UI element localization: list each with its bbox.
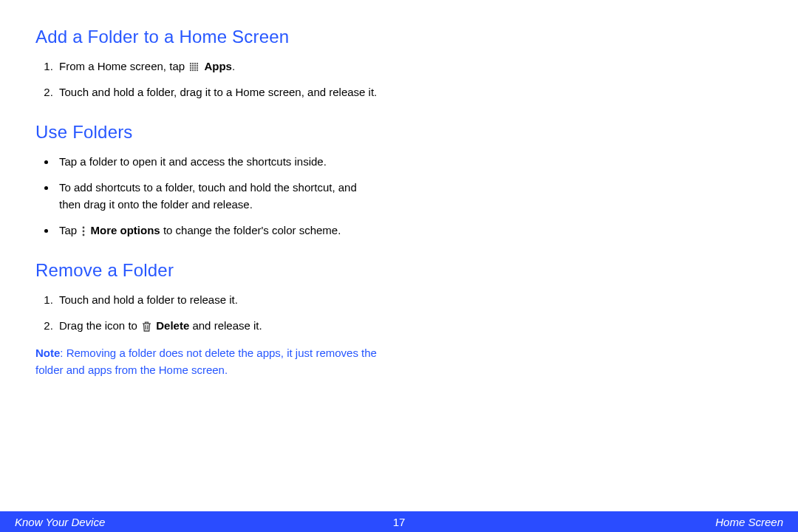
svg-point-1 [192, 63, 194, 64]
footer-right: Home Screen [715, 516, 783, 528]
svg-point-10 [194, 67, 196, 69]
trash-icon [142, 321, 151, 332]
svg-point-9 [192, 67, 194, 69]
svg-point-7 [197, 65, 198, 66]
page-number: 17 [393, 516, 406, 528]
svg-point-6 [194, 65, 196, 66]
section-steps: From a Home screen, tap Apps. Touch and … [35, 58, 378, 101]
svg-point-17 [83, 231, 85, 233]
svg-point-5 [192, 65, 194, 66]
document-content: Add a Folder to a Home Screen From a Hom… [0, 0, 414, 379]
footer-left: Know Your Device [15, 516, 105, 528]
bullet-item: To add shortcuts to a folder, touch and … [56, 179, 378, 214]
more-options-label: More options [91, 224, 160, 236]
note-text: Note: Removing a folder does not delete … [35, 344, 378, 379]
svg-point-3 [197, 63, 198, 64]
bullet-item: Tap a folder to open it and access the s… [56, 153, 378, 170]
svg-point-12 [190, 69, 191, 71]
svg-point-11 [197, 67, 198, 69]
svg-point-14 [194, 69, 196, 71]
svg-point-2 [194, 63, 196, 64]
delete-label: Delete [156, 319, 189, 332]
apps-label: Apps [204, 60, 232, 72]
svg-point-13 [192, 69, 194, 71]
svg-point-0 [190, 63, 191, 64]
step-item: Drag the icon to Delete and release it. [56, 317, 378, 334]
apps-grid-icon [189, 62, 200, 72]
bullet-item: Tap More options to change the folder's … [56, 222, 378, 239]
section-heading: Add a Folder to a Home Screen [35, 27, 378, 47]
section-bullets: Tap a folder to open it and access the s… [35, 153, 378, 239]
step-item: From a Home screen, tap Apps. [56, 58, 378, 75]
svg-point-16 [83, 227, 85, 229]
step-item: Touch and hold a folder, drag it to a Ho… [56, 83, 378, 100]
more-options-icon [81, 226, 86, 236]
section-steps: Touch and hold a folder to release it. D… [35, 291, 378, 335]
svg-point-4 [190, 65, 191, 66]
svg-point-18 [83, 234, 85, 236]
svg-point-8 [190, 67, 191, 69]
svg-point-15 [197, 69, 198, 71]
step-item: Touch and hold a folder to release it. [56, 291, 378, 308]
page-footer: Know Your Device 17 Home Screen [0, 511, 798, 532]
section-heading: Use Folders [35, 122, 378, 143]
section-heading: Remove a Folder [35, 260, 378, 281]
